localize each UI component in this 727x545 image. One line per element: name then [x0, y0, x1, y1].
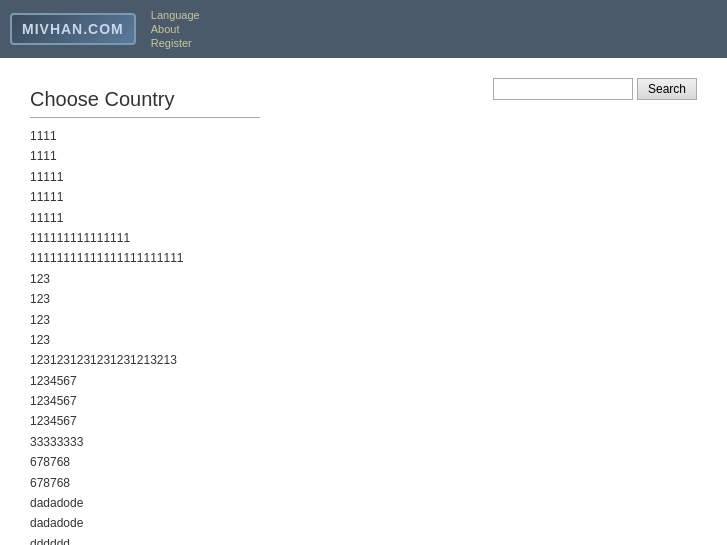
list-item[interactable]: 123 [30, 269, 697, 289]
list-item[interactable]: 123 [30, 289, 697, 309]
country-list: 1111111111111111111111111111111111111111… [30, 126, 697, 545]
nav-menu: Language About Register [151, 9, 200, 49]
list-item[interactable]: 1234567 [30, 411, 697, 431]
search-input[interactable] [493, 78, 633, 100]
nav-about[interactable]: About [151, 23, 200, 35]
list-item[interactable]: 123 [30, 310, 697, 330]
list-item[interactable]: 11111 [30, 187, 697, 207]
list-item[interactable]: 1111 [30, 126, 697, 146]
country-section: Choose Country 1111111111111111111111111… [30, 88, 697, 545]
section-title: Choose Country [30, 88, 260, 118]
list-item[interactable]: 678768 [30, 452, 697, 472]
list-item[interactable]: 11111 [30, 208, 697, 228]
list-item[interactable]: dadadode [30, 493, 697, 513]
list-item[interactable]: 111111111111111 [30, 228, 697, 248]
site-logo: MIVHAN.COM [10, 13, 136, 45]
list-item[interactable]: 33333333 [30, 432, 697, 452]
list-item[interactable]: 1234567 [30, 391, 697, 411]
list-item[interactable]: 1231231231231231213213 [30, 350, 697, 370]
search-area: Search [493, 78, 697, 100]
list-item[interactable]: dadadode [30, 513, 697, 533]
list-item[interactable]: 11111111111111111111111 [30, 248, 697, 268]
list-item[interactable]: 11111 [30, 167, 697, 187]
list-item[interactable]: 678768 [30, 473, 697, 493]
main-content: Search Choose Country 111111111111111111… [0, 58, 727, 545]
nav-register[interactable]: Register [151, 37, 200, 49]
list-item[interactable]: 1234567 [30, 371, 697, 391]
list-item[interactable]: 123 [30, 330, 697, 350]
search-button[interactable]: Search [637, 78, 697, 100]
list-item[interactable]: 1111 [30, 146, 697, 166]
list-item[interactable]: dddddd [30, 534, 697, 545]
nav-language[interactable]: Language [151, 9, 200, 21]
header: MIVHAN.COM Language About Register [0, 0, 727, 58]
